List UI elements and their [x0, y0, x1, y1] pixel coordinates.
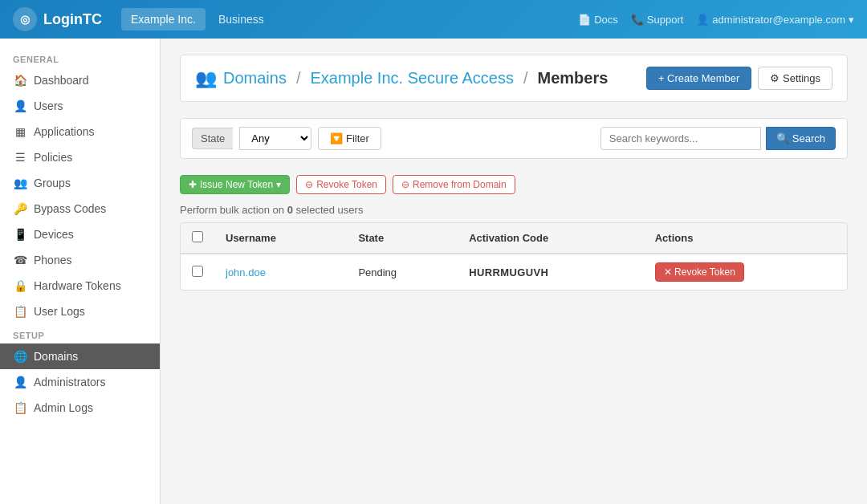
- phones-icon: ☎: [13, 254, 27, 266]
- create-member-button[interactable]: + Create Member: [646, 67, 752, 90]
- page-header: 👥 Domains / Example Inc. Secure Access /…: [180, 55, 848, 102]
- hardware-tokens-icon: 🔒: [13, 279, 27, 292]
- issue-token-button[interactable]: ✚ Issue New Token ▾: [180, 175, 290, 194]
- search-area: 🔍 Search: [600, 127, 836, 150]
- page-title-icon: 👥: [195, 68, 217, 89]
- org-link-business[interactable]: Business: [209, 8, 274, 30]
- col-state: State: [347, 223, 458, 254]
- policies-icon: ☰: [13, 151, 27, 164]
- table-row: john.doe Pending HURRMUGUVH ✕ Revoke Tok…: [181, 254, 847, 290]
- search-input[interactable]: [600, 127, 761, 150]
- domains-icon: 🌐: [13, 350, 27, 363]
- state-filter-select[interactable]: Any Active Pending Inactive: [239, 127, 311, 150]
- sidebar-item-admin-logs[interactable]: 📋 Admin Logs: [0, 395, 160, 421]
- brand-logo[interactable]: ◎ LoginTC: [13, 7, 102, 31]
- page-header-actions: + Create Member ⚙ Settings: [646, 67, 832, 90]
- remove-icon: ⊖: [401, 179, 409, 190]
- members-table-wrapper: Username State Activation Code Actions j…: [180, 222, 848, 291]
- search-button[interactable]: 🔍 Search: [766, 127, 836, 150]
- brand-name: LoginTC: [43, 11, 102, 28]
- sidebar-item-dashboard[interactable]: 🏠 Dashboard: [0, 67, 160, 93]
- sidebar-item-bypass-codes[interactable]: 🔑 Bypass Codes: [0, 196, 160, 222]
- minus-circle-icon: ⊖: [305, 179, 313, 190]
- sidebar-item-phones[interactable]: ☎ Phones: [0, 247, 160, 273]
- bulk-info: Perform bulk action on 0 selected users: [180, 204, 848, 216]
- state-filter-label: State: [192, 128, 233, 149]
- revoke-token-button[interactable]: ⊖ Revoke Token: [296, 175, 386, 194]
- sidebar-item-policies[interactable]: ☰ Policies: [0, 144, 160, 170]
- sidebar-item-hardware-tokens[interactable]: 🔒 Hardware Tokens: [0, 273, 160, 299]
- topnav-right: 📄 Docs 📞 Support 👤 administrator@example…: [578, 14, 854, 26]
- docs-link[interactable]: 📄 Docs: [578, 14, 618, 26]
- row-state: Pending: [347, 254, 458, 290]
- support-icon: 📞: [631, 14, 644, 26]
- col-username: Username: [214, 223, 347, 254]
- admin-logs-icon: 📋: [13, 401, 27, 414]
- dashboard-icon: 🏠: [13, 74, 27, 87]
- docs-icon: 📄: [578, 14, 591, 26]
- users-icon: 👤: [13, 100, 27, 112]
- sidebar-item-devices[interactable]: 📱 Devices: [0, 222, 160, 247]
- col-activation-code: Activation Code: [458, 223, 644, 254]
- breadcrumb-sep-1: /: [296, 69, 301, 87]
- breadcrumb-current: Members: [538, 69, 609, 87]
- user-logs-icon: 📋: [13, 305, 27, 318]
- col-actions: Actions: [644, 223, 847, 254]
- sidebar: GENERAL 🏠 Dashboard 👤 Users ▦ Applicatio…: [0, 39, 161, 504]
- row-revoke-token-button[interactable]: ✕ Revoke Token: [655, 262, 744, 282]
- groups-icon: 👥: [13, 177, 27, 189]
- sidebar-item-administrators[interactable]: 👤 Administrators: [0, 369, 160, 395]
- selected-count: 0: [287, 204, 293, 216]
- bypass-codes-icon: 🔑: [13, 202, 27, 215]
- brand-icon: ◎: [13, 7, 37, 31]
- sidebar-item-user-logs[interactable]: 📋 User Logs: [0, 299, 160, 324]
- breadcrumb-domains[interactable]: Domains: [223, 69, 287, 87]
- user-icon: 👤: [696, 14, 709, 26]
- bulk-actions: ✚ Issue New Token ▾ ⊖ Revoke Token ⊖ Rem…: [180, 169, 848, 197]
- row-checkbox[interactable]: [192, 266, 203, 277]
- table-header-row: Username State Activation Code Actions: [181, 223, 847, 254]
- sidebar-setup-title: SETUP: [0, 324, 160, 343]
- support-link[interactable]: 📞 Support: [631, 14, 684, 26]
- members-table: Username State Activation Code Actions j…: [181, 223, 847, 290]
- breadcrumb-sep-2: /: [523, 69, 528, 87]
- filter-button[interactable]: 🔽 Filter: [318, 127, 381, 150]
- page-title: 👥 Domains / Example Inc. Secure Access /…: [195, 68, 608, 89]
- devices-icon: 📱: [13, 228, 27, 241]
- org-links: Example Inc. Business: [121, 8, 274, 30]
- sidebar-item-domains[interactable]: 🌐 Domains: [0, 343, 160, 369]
- applications-icon: ▦: [13, 125, 27, 138]
- sidebar-general-title: GENERAL: [0, 48, 160, 67]
- administrators-icon: 👤: [13, 376, 27, 388]
- org-link-example[interactable]: Example Inc.: [121, 8, 206, 30]
- dropdown-caret-icon: ▾: [276, 179, 281, 190]
- username-link[interactable]: john.doe: [226, 266, 266, 278]
- main-content: 👥 Domains / Example Inc. Secure Access /…: [161, 39, 867, 504]
- row-activation-code: HURRMUGUVH: [458, 254, 644, 290]
- filter-bar: State Any Active Pending Inactive 🔽 Filt…: [180, 118, 848, 159]
- top-navigation: ◎ LoginTC Example Inc. Business 📄 Docs 📞…: [0, 0, 867, 39]
- sidebar-item-applications[interactable]: ▦ Applications: [0, 119, 160, 144]
- select-all-checkbox[interactable]: [192, 231, 203, 242]
- remove-from-domain-button[interactable]: ⊖ Remove from Domain: [393, 175, 515, 194]
- settings-button[interactable]: ⚙ Settings: [758, 67, 832, 90]
- sidebar-item-groups[interactable]: 👥 Groups: [0, 170, 160, 196]
- search-icon: 🔍: [776, 132, 789, 144]
- sidebar-item-users[interactable]: 👤 Users: [0, 93, 160, 119]
- plus-icon: ✚: [189, 179, 197, 190]
- user-menu[interactable]: 👤 administrator@example.com ▾: [696, 14, 854, 26]
- caret-down-icon: ▾: [849, 14, 854, 26]
- breadcrumb-domain-name[interactable]: Example Inc. Secure Access: [310, 69, 513, 87]
